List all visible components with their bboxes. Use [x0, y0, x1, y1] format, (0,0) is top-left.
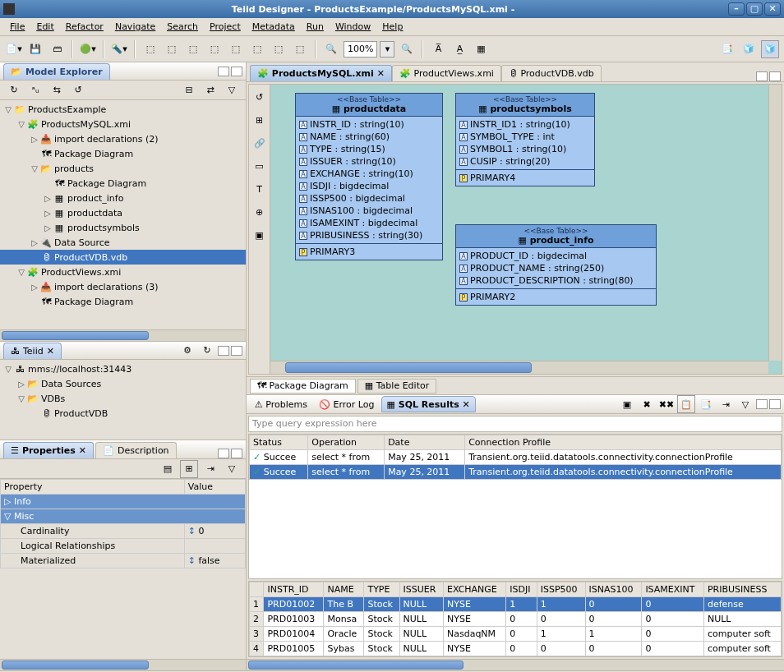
teiid-tab[interactable]: 🖧 Teiid ✕	[3, 343, 62, 359]
font-dec-icon[interactable]: A̲	[450, 40, 468, 58]
query-input[interactable]: Type query expression here	[248, 416, 782, 432]
tool-icon[interactable]: ⬚	[184, 40, 202, 58]
property-row[interactable]: ▷ Info	[1, 495, 246, 509]
minimize-icon[interactable]	[756, 399, 768, 409]
tool-icon[interactable]: ⬚	[291, 40, 309, 58]
palette-icon[interactable]: ⊞	[251, 111, 269, 129]
teiid-tree[interactable]: ▽🖧mms://localhost:31443▷📂Data Sources▽📂V…	[0, 360, 246, 440]
tool-icon[interactable]: ⇥	[201, 460, 219, 478]
column-header[interactable]: PRIBUSINESS	[703, 582, 781, 597]
maximize-button[interactable]: ▢	[746, 2, 763, 16]
new-icon[interactable]: 📄▾	[5, 40, 23, 58]
tool-icon[interactable]: ⬚	[205, 40, 224, 58]
modelexplorer-tab[interactable]: 📂 Model Explorer	[3, 63, 110, 80]
tool-icon[interactable]: ▤	[159, 460, 177, 478]
history-row[interactable]: ✓ Succeeselect * fromMay 25, 2011Transie…	[250, 450, 782, 465]
nav-icon[interactable]: ↺	[69, 81, 87, 99]
menu-metadata[interactable]: Metadata	[247, 20, 300, 34]
column-header[interactable]: ISDJI	[506, 582, 537, 597]
entity-productinfo[interactable]: <<Base Table>>▦ product_info APRODUCT_ID…	[455, 224, 657, 306]
collapse-icon[interactable]: ⊟	[180, 81, 198, 99]
tool-icon[interactable]: ⬚	[248, 40, 266, 58]
stop-icon[interactable]: ▣	[618, 395, 636, 413]
minimize-icon[interactable]	[218, 346, 229, 356]
history-row[interactable]: ✓ Succeeselect * fromMay 25, 2011Transie…	[250, 465, 782, 480]
maximize-icon[interactable]	[769, 399, 781, 409]
search-icon[interactable]: 🔦▾	[110, 40, 128, 58]
result-row[interactable]: 3PRD01004OracleStockNULLNasdaqNM0110comp…	[250, 627, 782, 642]
scrollbar[interactable]	[0, 329, 246, 341]
refresh-icon[interactable]: ↻	[5, 81, 23, 99]
editor-subtab[interactable]: 🗺 Package Diagram	[250, 379, 356, 394]
tree-item[interactable]: ▷📥import declarations (3)	[0, 279, 246, 294]
column-header[interactable]: INSTR_ID	[264, 582, 324, 597]
minimize-icon[interactable]	[218, 67, 229, 76]
maximize-icon[interactable]	[231, 67, 242, 76]
column-header[interactable]: ISAMEXINT	[642, 582, 704, 597]
tree-item[interactable]: 🛢ProductVDB	[0, 406, 246, 421]
tree-item[interactable]: 🗺Package Diagram	[0, 146, 246, 161]
modelexplorer-tree[interactable]: ▽📁ProductsExample▽🧩ProductsMySQL.xmi▷📥im…	[0, 100, 246, 329]
result-row[interactable]: 4PRD01005SybasStockNULLNYSE0000computer …	[250, 642, 782, 656]
column-header[interactable]: Connection Profile	[465, 435, 782, 450]
menu-edit[interactable]: Edit	[31, 20, 58, 34]
maximize-icon[interactable]	[769, 71, 781, 81]
menu-run[interactable]: Run	[302, 20, 329, 34]
column-header[interactable]: Date	[385, 435, 465, 450]
menu-icon[interactable]: ▽	[223, 81, 241, 99]
zoom-icon[interactable]: 🔍	[322, 40, 340, 58]
palette-icon[interactable]: ▣	[251, 226, 269, 244]
tool-icon[interactable]: ↻	[198, 342, 216, 360]
close-icon[interactable]: ✕	[47, 346, 54, 357]
close-button[interactable]: ✕	[764, 2, 781, 16]
menu-search[interactable]: Search	[162, 20, 203, 34]
saveall-icon[interactable]: 🗃	[48, 40, 66, 58]
tree-item[interactable]: ▷📥import declarations (2)	[0, 131, 246, 146]
tool-icon[interactable]: 📋	[677, 395, 695, 413]
result-row[interactable]: 2PRD01003MonsaStockNULLNYSE0000NULL	[250, 612, 782, 627]
menu-file[interactable]: File	[5, 20, 30, 34]
column-header[interactable]	[250, 582, 264, 597]
column-header[interactable]: NAME	[324, 582, 364, 597]
filter-icon[interactable]: ⇥	[717, 395, 735, 413]
property-row[interactable]: Cardinality↕ 0	[1, 524, 246, 539]
zoom-dropdown[interactable]: ▾	[380, 41, 394, 58]
scrollbar[interactable]	[247, 659, 784, 670]
scrollbar[interactable]	[270, 361, 768, 374]
property-row[interactable]: Materialized↕ false	[1, 554, 246, 568]
tool-icon[interactable]: 📑	[697, 395, 715, 413]
maximize-icon[interactable]	[231, 346, 242, 356]
tool-icon[interactable]: ⚙	[178, 342, 196, 360]
menu-navigate[interactable]: Navigate	[110, 20, 160, 34]
entity-productsymbols[interactable]: <<Base Table>>▦ productsymbols AINSTR_ID…	[455, 93, 595, 186]
sort-icon[interactable]: ᵃᵤ	[26, 81, 44, 99]
column-header[interactable]: TYPE	[364, 582, 399, 597]
column-header[interactable]: ISSUER	[399, 582, 443, 597]
description-tab[interactable]: 📄 Description	[95, 442, 177, 458]
minimize-icon[interactable]	[756, 71, 768, 81]
tree-item[interactable]: ▷▦productsymbols	[0, 220, 246, 235]
tree-item[interactable]: ▽🖧mms://localhost:31443	[0, 361, 246, 376]
perspective-icon[interactable]: 🧊	[761, 40, 779, 58]
layout-icon[interactable]: ▦	[472, 40, 490, 58]
minimize-button[interactable]: –	[728, 2, 745, 16]
save-icon[interactable]: 💾	[26, 40, 44, 58]
menu-project[interactable]: Project	[205, 20, 246, 34]
tool-icon[interactable]: ⊞	[180, 460, 198, 478]
tree-item[interactable]: ▷🔌Data Source	[0, 235, 246, 250]
tree-item[interactable]: ▷▦productdata	[0, 205, 246, 220]
query-history-table[interactable]: StatusOperationDateConnection Profile ✓ …	[249, 435, 782, 480]
editor-tab[interactable]: 🛢 ProductVDB.vdb	[501, 65, 602, 81]
view-tab[interactable]: 🚫 Error Log	[314, 396, 379, 412]
perspective-icon[interactable]: 📑	[718, 40, 736, 58]
perspective-icon[interactable]: 🧊	[740, 40, 758, 58]
column-header[interactable]: ISNAS100	[585, 582, 642, 597]
remove-icon[interactable]: ✖	[638, 395, 656, 413]
link-icon[interactable]: ⇄	[201, 81, 219, 99]
column-header[interactable]: Status	[250, 435, 308, 450]
property-row[interactable]: ▽ Misc	[1, 509, 246, 524]
tool-icon[interactable]: ⬚	[141, 40, 159, 58]
tree-item[interactable]: ▷▦product_info	[0, 191, 246, 205]
tool-icon[interactable]: ⬚	[163, 40, 181, 58]
tree-item[interactable]: 🗺Package Diagram	[0, 176, 246, 191]
